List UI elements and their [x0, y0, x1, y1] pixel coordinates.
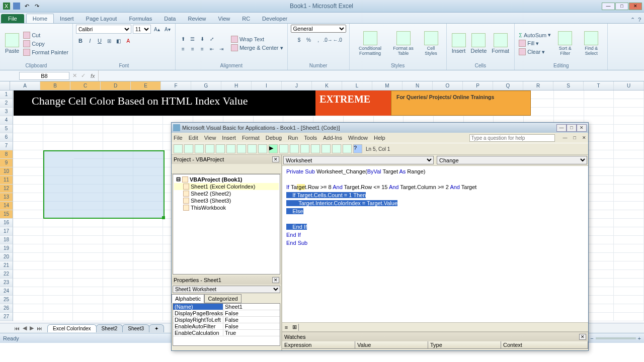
cell[interactable]	[73, 227, 103, 236]
object-browser-icon[interactable]	[332, 144, 341, 153]
border-button[interactable]: ⊞	[105, 36, 114, 45]
cell[interactable]	[43, 261, 73, 270]
cut-button[interactable]: Cut	[22, 31, 69, 39]
select-all-corner[interactable]	[0, 81, 10, 90]
row-header[interactable]: 19	[0, 244, 13, 253]
column-header[interactable]: K	[312, 81, 342, 90]
cell[interactable]	[133, 142, 164, 150]
cell[interactable]	[103, 270, 133, 279]
row-header[interactable]: 2	[0, 99, 13, 108]
column-header[interactable]: U	[614, 81, 644, 90]
vbe-minimize-button[interactable]: —	[556, 124, 567, 132]
row-header[interactable]: 10	[0, 167, 13, 176]
vbe-menu-edit[interactable]: Edit	[189, 135, 198, 141]
sheet-nav-first[interactable]: ⏮	[14, 325, 20, 331]
vbe-maximize-button[interactable]: □	[567, 124, 577, 132]
vbe-menu-debug[interactable]: Debug	[266, 135, 282, 141]
undo-icon[interactable]: ↶	[22, 2, 31, 11]
cell[interactable]	[43, 116, 73, 125]
cell[interactable]	[614, 193, 644, 202]
cell[interactable]	[13, 219, 43, 227]
cell[interactable]	[614, 116, 644, 125]
column-header[interactable]: A	[10, 81, 40, 90]
cell[interactable]	[614, 287, 644, 296]
column-header[interactable]: T	[584, 81, 614, 90]
cell[interactable]	[13, 116, 43, 125]
cell[interactable]	[614, 176, 644, 185]
tab-data[interactable]: Data	[158, 14, 182, 23]
zoom-out-button[interactable]: −	[590, 335, 593, 341]
row-header[interactable]: 7	[0, 142, 13, 150]
cell[interactable]	[584, 99, 614, 108]
row-header[interactable]: 13	[0, 193, 13, 202]
cell[interactable]	[103, 142, 133, 150]
properties-grid[interactable]: (Name)Sheet1DisplayPageBreaksFalseDispla…	[173, 303, 280, 346]
tab-insert[interactable]: Insert	[54, 14, 80, 23]
cell[interactable]	[13, 176, 43, 185]
row-header[interactable]: 1	[0, 90, 13, 99]
cell[interactable]	[13, 227, 43, 236]
cell[interactable]	[614, 210, 644, 219]
cell[interactable]	[133, 133, 164, 142]
cell[interactable]	[73, 287, 103, 296]
column-header[interactable]: H	[221, 81, 252, 90]
column-header[interactable]: G	[191, 81, 221, 90]
cell[interactable]	[73, 133, 103, 142]
cell[interactable]	[133, 270, 164, 279]
minimize-button[interactable]: —	[602, 3, 615, 10]
vbe-help-search[interactable]	[469, 134, 555, 142]
cell[interactable]	[133, 219, 164, 227]
cell[interactable]	[133, 253, 164, 261]
row-header[interactable]: 22	[0, 270, 13, 279]
align-bottom-icon[interactable]: ⬇	[198, 35, 207, 44]
project-explorer-icon[interactable]	[311, 144, 320, 153]
row-header[interactable]: 8	[0, 150, 13, 159]
cell[interactable]	[614, 99, 644, 108]
row-header[interactable]: 21	[0, 261, 13, 270]
cell[interactable]	[614, 227, 644, 236]
cell[interactable]	[43, 142, 73, 150]
cell[interactable]	[13, 159, 43, 167]
align-right-icon[interactable]: ≡	[198, 45, 207, 54]
font-size-select[interactable]: 11	[133, 25, 151, 34]
cell[interactable]	[13, 150, 43, 159]
cell[interactable]	[73, 313, 103, 321]
cell[interactable]	[584, 108, 614, 116]
italic-button[interactable]: I	[86, 36, 95, 45]
fill-button[interactable]: Fill ▾	[518, 39, 552, 47]
close-panel-icon[interactable]: ✕	[272, 156, 279, 162]
cell[interactable]	[73, 296, 103, 304]
delete-cells-button[interactable]: Delete	[469, 32, 489, 55]
help-icon[interactable]: ?	[353, 144, 362, 153]
row-header[interactable]: 16	[0, 219, 13, 227]
cell[interactable]	[13, 270, 43, 279]
cell[interactable]	[554, 90, 584, 99]
cell[interactable]	[614, 304, 644, 313]
name-box[interactable]: B8	[19, 72, 69, 80]
cell[interactable]	[133, 296, 164, 304]
cell[interactable]	[103, 287, 133, 296]
cell[interactable]	[103, 244, 133, 253]
cell[interactable]	[13, 125, 43, 133]
format-painter-button[interactable]: Format Painter	[22, 48, 69, 56]
full-view-icon[interactable]: ⊞	[290, 324, 298, 330]
cell[interactable]	[103, 261, 133, 270]
cell[interactable]	[43, 236, 73, 244]
fill-handle[interactable]	[162, 216, 165, 219]
file-tab[interactable]: File	[1, 14, 24, 23]
zoom-slider[interactable]	[596, 337, 636, 339]
cell[interactable]	[103, 236, 133, 244]
cell[interactable]	[43, 133, 73, 142]
column-header[interactable]: Q	[493, 81, 523, 90]
column-header[interactable]: S	[553, 81, 584, 90]
indent-dec-icon[interactable]: ⇤	[207, 45, 216, 54]
sort-filter-button[interactable]: Sort & Filter	[553, 30, 577, 57]
tree-item-sheet2[interactable]: Sheet2 (Sheet2)	[174, 190, 279, 197]
cell[interactable]	[43, 270, 73, 279]
props-tab-alpha[interactable]: Alphabetic	[172, 294, 204, 303]
property-row[interactable]: DisplayRightToLeftFalse	[173, 317, 280, 323]
cell[interactable]	[614, 150, 644, 159]
tab-page-layout[interactable]: Page Layout	[80, 14, 123, 23]
cell[interactable]	[73, 261, 103, 270]
props-tab-cat[interactable]: Categorized	[204, 294, 241, 303]
